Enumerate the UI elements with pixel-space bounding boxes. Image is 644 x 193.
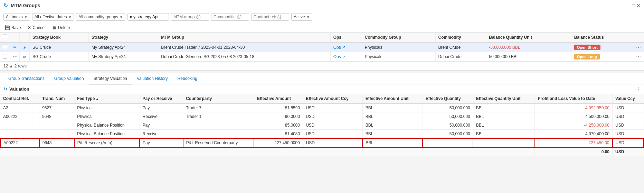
valuation-refresh-icon[interactable]: ↻: [3, 86, 7, 92]
dates-filter[interactable]: All effective dates ▼: [32, 13, 74, 21]
edit-icon[interactable]: ✏: [13, 45, 17, 50]
forward-icon[interactable]: ≫: [22, 45, 27, 49]
row-checkbox[interactable]: [3, 54, 7, 58]
valuation-section-header: ↻ Valuation ⋮: [0, 84, 644, 94]
strategy-input[interactable]: [127, 13, 169, 21]
col-value-ccy: Value Ccy: [613, 94, 644, 103]
val-trans-num: 9648: [39, 112, 74, 121]
val-pay-receive: Receive: [140, 130, 183, 139]
col-commodity-group: Commodity Group: [362, 33, 435, 43]
col-eff-unit: Effective Amount Unit: [362, 94, 423, 103]
row-balance-status: Open Long: [571, 52, 633, 62]
val-fee-type: Physical: [74, 103, 140, 112]
table-row: ✏ ≫ SG Crude My Strategy Apr24 Dubai Cru…: [0, 52, 644, 62]
forward-icon[interactable]: ≫: [22, 55, 27, 59]
row-forward-cell: ≫: [20, 43, 30, 52]
valuation-more-icon[interactable]: ⋮: [636, 87, 641, 92]
val-eff-ccy: USD: [303, 112, 362, 121]
val-value-ccy: USD: [613, 103, 644, 112]
mtm-groups-input[interactable]: [171, 13, 209, 21]
tab-valuation-history[interactable]: Valuation History: [132, 73, 173, 84]
col-pay-receive: Pay or Receive: [140, 94, 183, 103]
val-eff-qty-unit: BBL: [473, 112, 535, 121]
commodity-groups-filter[interactable]: All commodity groups ▼: [76, 13, 125, 21]
edit-icon[interactable]: ✏: [13, 54, 17, 59]
books-filter[interactable]: All books ▼: [3, 13, 30, 21]
minimize-icon[interactable]: —: [626, 3, 631, 8]
tab-rebooking[interactable]: Rebooking: [173, 73, 202, 84]
val-value-ccy: USD: [613, 121, 644, 130]
val-pay-receive: Pay: [140, 103, 183, 112]
maximize-icon[interactable]: □: [632, 3, 635, 8]
close-icon[interactable]: ✕: [636, 3, 641, 8]
valuation-table-container: Contract Ref. Trans. Num Fee Type Pay or…: [0, 94, 644, 156]
row-strategy-book: SG Crude: [30, 43, 89, 52]
app-header: ↻ MTM Groups — □ ✕: [0, 0, 644, 11]
row-mtm-group: Dubai Crude Glencore SG 2023-05-08 2023-…: [158, 52, 330, 62]
tab-group-valuation[interactable]: Group Valuation: [49, 73, 89, 84]
balance-status-badge: Open Short: [574, 45, 600, 50]
row-strategy-book: SG Crude: [30, 52, 89, 62]
ops-link[interactable]: Ops ↗: [333, 54, 345, 59]
val-header-row: Contract Ref. Trans. Num Fee Type Pay or…: [0, 94, 644, 103]
val-eff-qty-unit: BBL: [473, 121, 535, 130]
refresh-icon[interactable]: ↻: [3, 2, 8, 9]
val-table-row: A00222 9648 Physical Receive Trader 1 90…: [0, 112, 644, 121]
val-counterparty: [183, 121, 254, 130]
val-counterparty: Trader 7: [183, 103, 254, 112]
val-fee-type: Physical Balance Position: [74, 121, 140, 130]
valuation-footer-row: 0.00 USD: [0, 147, 644, 156]
val-pay-receive: Pay: [140, 138, 183, 147]
val-value-ccy: USD: [613, 138, 644, 147]
row-checkbox[interactable]: [3, 45, 7, 49]
select-all-checkbox[interactable]: [3, 35, 7, 39]
contract-refs-input[interactable]: [251, 13, 289, 21]
val-eff-amount: 81.4080: [254, 130, 303, 139]
row-count-num: 12: [3, 64, 8, 68]
filter-bar: All books ▼ All effective dates ▼ All co…: [0, 11, 644, 23]
val-trans-num: [39, 121, 74, 130]
tab-group-transactions[interactable]: Group Transactions: [3, 73, 49, 84]
row-count-label: 2 rows: [15, 64, 27, 68]
val-table-row: A2 9627 Physical Pay Trader 7 81.8590 US…: [0, 103, 644, 112]
col-counterparty: Counterparty: [183, 94, 254, 103]
row-count: 12 ▲ 2 rows: [0, 62, 644, 71]
tab-strategy-valuation[interactable]: Strategy Valuation: [89, 73, 132, 84]
commodities-input[interactable]: [211, 13, 249, 21]
save-button[interactable]: 💾 Save: [3, 25, 22, 31]
col-trans-num: Trans. Num: [39, 94, 74, 103]
col-commodity: Commodity: [435, 33, 486, 43]
val-contract-ref: A2: [0, 103, 39, 112]
footer-spacer: [0, 147, 535, 156]
main-table-container: Strategy Book Strategy MTM Group Ops Com…: [0, 33, 644, 62]
val-eff-qty: [423, 138, 473, 147]
ops-link[interactable]: Ops ↗: [333, 45, 345, 50]
val-contract-ref: A00222: [0, 112, 39, 121]
row-commodity-group: Physicals: [362, 52, 435, 62]
val-contract-ref: [0, 121, 39, 130]
val-counterparty: Trader 1: [183, 112, 254, 121]
footer-ccy: USD: [613, 147, 644, 156]
delete-button[interactable]: 🗑 Delete: [51, 25, 72, 31]
table-header-row: Strategy Book Strategy MTM Group Ops Com…: [0, 33, 644, 43]
status-filter[interactable]: Active ▼: [291, 13, 312, 21]
val-pnl: -227,450.00: [535, 138, 613, 147]
val-pnl: 4,070,400.00: [535, 130, 613, 139]
row-strategy: My Strategy Apr24: [89, 52, 158, 62]
app-title: MTM Groups: [11, 3, 40, 8]
val-contract-ref: [0, 130, 39, 139]
row-dots-menu[interactable]: ⋯: [636, 54, 641, 59]
val-eff-ccy: USD: [303, 103, 362, 112]
val-eff-amount: 90.0000: [254, 112, 303, 121]
cancel-button[interactable]: ✕ Cancel: [26, 25, 47, 31]
row-ops: Ops ↗: [330, 52, 362, 62]
row-balance-status: Open Short: [571, 43, 633, 52]
val-pnl: -4,250,000.00: [535, 121, 613, 130]
col-mtm-group: MTM Group: [158, 33, 330, 43]
val-eff-unit: BBL: [362, 112, 423, 121]
row-dots-menu[interactable]: ⋯: [636, 45, 641, 50]
balance-status-badge: Open Long: [574, 54, 600, 59]
col-ops: Ops: [330, 33, 362, 43]
val-eff-qty-unit: [473, 138, 535, 147]
val-fee-type: Physical: [74, 112, 140, 121]
